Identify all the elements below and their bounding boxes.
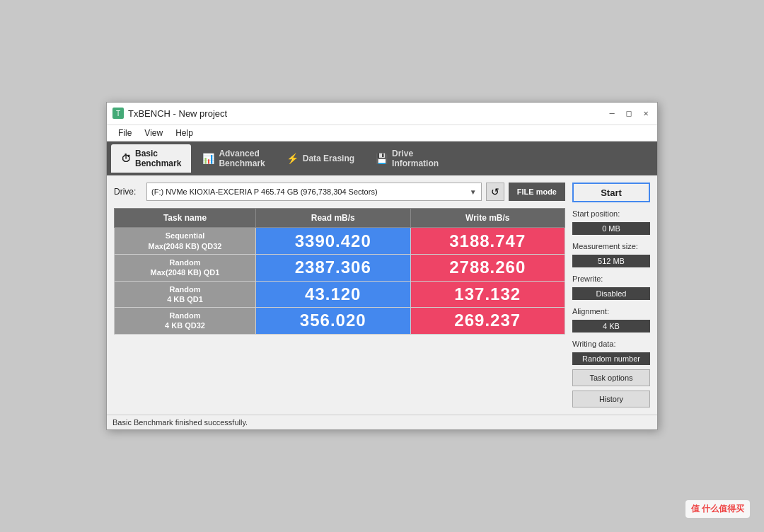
drive-label: Drive: xyxy=(114,187,142,197)
window-title: TxBENCH - New project xyxy=(128,108,227,119)
task-name-cell: Random 4 KB QD32 xyxy=(115,308,256,335)
write-value-cell: 137.132 xyxy=(410,281,565,308)
menu-bar: File View Help xyxy=(107,125,657,141)
table-row: Random Max(2048 KB) QD12387.3062788.260 xyxy=(115,254,565,281)
writing-data-value: Random number xyxy=(572,352,650,365)
main-panel: Drive: (F:) NVMe KIOXIA-EXCERIA P 465.74… xyxy=(114,183,565,407)
tab-drive-information[interactable]: 💾 Drive Information xyxy=(366,144,448,173)
drive-value: (F:) NVMe KIOXIA-EXCERIA P 465.74 GB (97… xyxy=(151,187,378,196)
results-table: Task name Read mB/s Write mB/s Sequentia… xyxy=(114,208,565,334)
tab-drive-label: Drive Information xyxy=(392,149,439,169)
status-text: Basic Benchmark finished successfully. xyxy=(112,418,248,427)
writing-data-label: Writing data: xyxy=(572,340,650,348)
minimize-button[interactable]: — xyxy=(606,108,618,119)
alignment-label: Alignment: xyxy=(572,307,650,316)
content-area: Drive: (F:) NVMe KIOXIA-EXCERIA P 465.74… xyxy=(107,175,657,415)
alignment-value: 4 KB xyxy=(572,320,650,332)
dropdown-arrow-icon: ▼ xyxy=(470,188,477,196)
file-mode-button[interactable]: FILE mode xyxy=(509,183,565,201)
chart-icon: 📊 xyxy=(202,153,214,164)
task-name-cell: Random 4 KB QD1 xyxy=(115,281,256,308)
col-read: Read mB/s xyxy=(256,209,411,228)
measurement-size-label: Measurement size: xyxy=(572,242,650,250)
task-name-cell: Random Max(2048 KB) QD1 xyxy=(115,254,256,281)
side-panel: Start Start position: 0 MB Measurement s… xyxy=(572,183,650,407)
erase-icon: ⚡ xyxy=(286,153,299,164)
toolbar: ⏱ Basic Benchmark 📊 Advanced Benchmark ⚡… xyxy=(107,141,657,176)
task-options-button[interactable]: Task options xyxy=(572,369,650,386)
refresh-button[interactable]: ↺ xyxy=(486,183,504,201)
menu-file[interactable]: File xyxy=(112,127,137,139)
read-value-cell: 2387.306 xyxy=(256,254,411,281)
clock-icon: ⏱ xyxy=(121,153,131,164)
task-name-cell: Sequential Max(2048 KB) QD32 xyxy=(115,228,256,255)
menu-view[interactable]: View xyxy=(139,127,168,139)
read-value-cell: 3390.420 xyxy=(256,228,411,255)
title-controls: — □ ✕ xyxy=(606,108,652,119)
app-icon: T xyxy=(112,108,124,119)
start-position-value: 0 MB xyxy=(572,222,650,235)
drive-row: Drive: (F:) NVMe KIOXIA-EXCERIA P 465.74… xyxy=(114,183,565,201)
col-task: Task name xyxy=(115,209,256,228)
write-value-cell: 2788.260 xyxy=(410,254,565,281)
write-value-cell: 3188.747 xyxy=(410,228,565,255)
table-row: Sequential Max(2048 KB) QD323390.4203188… xyxy=(115,228,565,255)
prewrite-label: Prewrite: xyxy=(572,274,650,283)
drive-selector[interactable]: (F:) NVMe KIOXIA-EXCERIA P 465.74 GB (97… xyxy=(146,183,482,201)
history-button[interactable]: History xyxy=(572,391,650,407)
start-button[interactable]: Start xyxy=(572,183,650,202)
tab-data-erasing[interactable]: ⚡ Data Erasing xyxy=(277,144,364,173)
table-row: Random 4 KB QD143.120137.132 xyxy=(115,281,565,308)
prewrite-value: Disabled xyxy=(572,287,650,300)
status-bar: Basic Benchmark finished successfully. xyxy=(107,415,657,429)
maximize-button[interactable]: □ xyxy=(623,108,635,119)
watermark: 值 什么值得买 xyxy=(685,500,750,518)
tab-advanced-benchmark[interactable]: 📊 Advanced Benchmark xyxy=(192,144,274,173)
read-value-cell: 43.120 xyxy=(256,281,411,308)
menu-help[interactable]: Help xyxy=(170,127,199,139)
close-button[interactable]: ✕ xyxy=(640,108,652,119)
tab-basic-benchmark[interactable]: ⏱ Basic Benchmark xyxy=(111,144,191,173)
measurement-size-value: 512 MB xyxy=(572,255,650,267)
title-bar: T TxBENCH - New project — □ ✕ xyxy=(107,103,657,125)
table-row: Random 4 KB QD32356.020269.237 xyxy=(115,308,565,335)
tab-basic-label: Basic Benchmark xyxy=(135,149,181,169)
start-position-label: Start position: xyxy=(572,209,650,218)
read-value-cell: 356.020 xyxy=(256,308,411,335)
main-window: T TxBENCH - New project — □ ✕ File View … xyxy=(106,102,658,431)
refresh-icon: ↺ xyxy=(491,186,499,197)
drive-icon: 💾 xyxy=(376,153,388,164)
col-write: Write mB/s xyxy=(410,209,565,228)
write-value-cell: 269.237 xyxy=(410,308,565,335)
tab-advanced-label: Advanced Benchmark xyxy=(219,149,265,169)
tab-erasing-label: Data Erasing xyxy=(303,154,354,163)
